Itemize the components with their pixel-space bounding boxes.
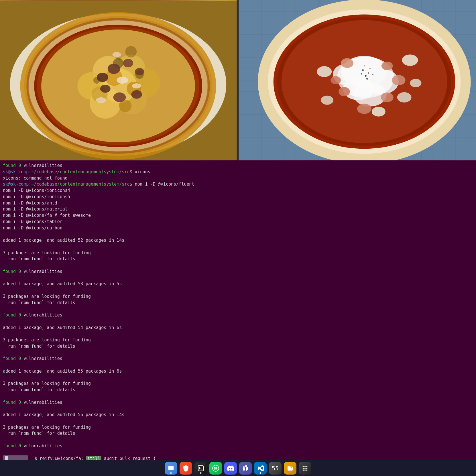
svg-point-28 <box>113 93 126 102</box>
svg-point-93 <box>381 93 394 102</box>
terminal-input-box: █ <box>3 455 28 460</box>
terminal-window[interactable]: found 0 vulnerabilities sk@sk-comp:~/cod… <box>0 160 476 460</box>
svg-point-32 <box>96 97 106 103</box>
terminal-line-10: npm i -D @vicons/tabler <box>3 219 473 225</box>
terminal-line-blank7 <box>3 318 473 325</box>
svg-rect-109 <box>303 468 304 469</box>
svg-point-26 <box>97 73 108 82</box>
terminal-line-27: found 0 vulnerabilities <box>3 400 473 406</box>
taskbar-app-grid-icon[interactable] <box>299 462 311 475</box>
svg-point-29 <box>100 85 111 93</box>
terminal-line-17: 3 packages are looking for funding <box>3 294 473 300</box>
terminal-line-blank10 <box>3 362 473 368</box>
svg-point-31 <box>117 77 128 84</box>
terminal-line-31: found 0 vulnerabilities <box>3 443 473 449</box>
svg-rect-107 <box>304 466 306 467</box>
svg-point-101 <box>410 79 422 87</box>
svg-point-96 <box>402 54 418 66</box>
terminal-prompt-suffix: $ reify:@vicons/fa: still audit bulk req… <box>29 456 156 460</box>
terminal-line-blank8 <box>3 331 473 337</box>
svg-point-89 <box>341 58 353 68</box>
terminal-line-26: run `npm fund` for details <box>3 387 473 393</box>
terminal-line-blank2 <box>3 244 473 250</box>
svg-point-81 <box>362 69 364 71</box>
taskbar-vscode-icon[interactable] <box>254 462 267 475</box>
terminal-line-1: found 0 vulnerabilities <box>3 163 473 169</box>
terminal-line-15: found 0 vulnerabilities <box>3 269 473 275</box>
svg-point-34 <box>113 52 121 57</box>
terminal-line-19: found 0 vulnerabilities <box>3 312 473 318</box>
svg-point-84 <box>369 68 371 69</box>
taskbar-vscode-dot <box>260 472 261 474</box>
taskbar-brave-icon[interactable] <box>180 462 192 475</box>
terminal-line-blank4 <box>3 275 473 281</box>
terminal-line-9: npm i -D @vicons/fa # font awesome <box>3 213 473 219</box>
terminal-line-22: run `npm fund` for details <box>3 343 473 350</box>
svg-point-97 <box>397 92 412 103</box>
terminal-line-3: xicons: command not found <box>3 175 473 182</box>
terminal-line-12: added 1 package, and audited 52 packages… <box>3 237 473 244</box>
terminal-line-blank14 <box>3 418 473 424</box>
terminal-line-blank11 <box>3 375 473 381</box>
svg-rect-102 <box>198 466 203 471</box>
terminal-line-14: run `npm fund` for details <box>3 256 473 262</box>
terminal-line-13: 3 packages are looking for funding <box>3 250 473 256</box>
taskbar-terminal-icon[interactable] <box>194 462 207 475</box>
terminal-line-blank16 <box>3 449 473 456</box>
svg-rect-111 <box>306 468 308 469</box>
terminal-line-30: run `npm fund` for details <box>3 430 473 437</box>
terminal-line-20: added 1 package, and audited 54 packages… <box>3 325 473 331</box>
taskbar-terminal-dot <box>200 472 202 474</box>
svg-point-99 <box>321 96 333 105</box>
svg-point-83 <box>365 75 367 77</box>
terminal-line-29: 3 packages are looking for funding <box>3 424 473 431</box>
svg-rect-114 <box>306 469 308 471</box>
svg-point-30 <box>131 90 142 99</box>
terminal-line-6: npm i -D @vicons/ionicons5 <box>3 194 473 200</box>
terminal-line-28: added 1 package, and audited 56 packages… <box>3 412 473 418</box>
svg-point-94 <box>357 104 371 114</box>
svg-point-104 <box>243 466 245 467</box>
svg-point-88 <box>364 65 365 66</box>
svg-point-82 <box>368 72 369 74</box>
taskbar-files-icon[interactable] <box>165 462 177 475</box>
pizza-images-section <box>0 0 476 160</box>
svg-rect-108 <box>306 466 308 467</box>
svg-point-25 <box>123 59 133 67</box>
taskbar-file-manager-icon[interactable] <box>284 462 296 475</box>
terminal-line-blank6 <box>3 306 473 312</box>
pizza-right-image <box>239 0 476 160</box>
terminal-line-24: added 1 package, and audited 55 packages… <box>3 368 473 375</box>
taskbar-spotify-icon[interactable] <box>209 462 222 475</box>
terminal-line-blank3 <box>3 262 473 269</box>
svg-point-23 <box>125 46 137 58</box>
terminal-line-21: 3 packages are looking for funding <box>3 337 473 343</box>
terminal-line-blank12 <box>3 393 473 400</box>
svg-point-33 <box>132 83 141 88</box>
terminal-line-blank5 <box>3 287 473 294</box>
terminal-line-25: 3 packages are looking for funding <box>3 381 473 387</box>
svg-rect-110 <box>304 468 306 469</box>
svg-rect-113 <box>304 469 306 471</box>
pizza-left-image <box>0 0 237 160</box>
terminal-line-18: run `npm fund` for details <box>3 300 473 306</box>
terminal-line-blank1 <box>3 231 473 237</box>
svg-point-85 <box>361 73 362 75</box>
terminal-input-line[interactable]: █ $ reify:@vicons/fa: still audit bulk r… <box>3 455 473 460</box>
taskbar-system-monitor-icon[interactable]: 55 <box>269 462 282 475</box>
terminal-line-blank13 <box>3 406 473 412</box>
terminal-line-blank9 <box>3 350 473 356</box>
svg-point-27 <box>135 68 144 75</box>
terminal-line-2: sk@sk-comp:~/codebase/contentmanagements… <box>3 169 473 175</box>
svg-rect-106 <box>303 466 304 467</box>
svg-point-91 <box>392 75 406 85</box>
svg-point-95 <box>331 76 341 84</box>
taskbar-discord-icon[interactable] <box>224 462 237 475</box>
terminal-line-blank15 <box>3 437 473 443</box>
terminal-line-16: added 1 package, and audited 53 packages… <box>3 281 473 287</box>
svg-rect-112 <box>303 469 304 471</box>
taskbar-teams-icon[interactable] <box>239 462 252 475</box>
svg-point-90 <box>381 62 393 70</box>
svg-point-100 <box>372 107 385 117</box>
terminal-line-7: npm i -D @vicons/antd <box>3 200 473 206</box>
